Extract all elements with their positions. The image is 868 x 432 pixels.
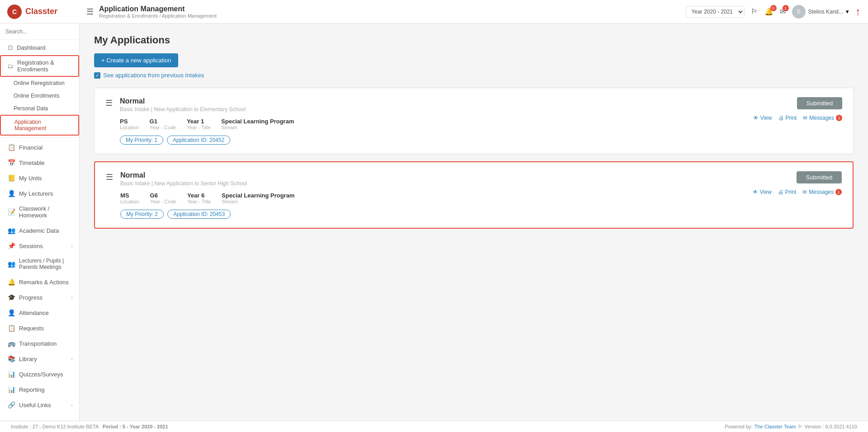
prev-link-text[interactable]: See applications from previous Intakes: [103, 72, 204, 79]
sidebar-label-academic: Academic Data: [19, 227, 59, 234]
sidebar-item-online-enroll[interactable]: Online Enrollments: [0, 89, 79, 102]
sidebar-search-area: [0, 23, 79, 40]
sidebar-item-progress[interactable]: 🎓 Progress ‹: [0, 290, 79, 305]
messages-link-1[interactable]: ✉ Messages 1: [803, 115, 842, 121]
sidebar-item-personal-data[interactable]: Personal Data: [0, 102, 79, 115]
my-lecturers-icon: 👤: [8, 190, 15, 197]
notifications-icon[interactable]: 🔔 0: [764, 7, 773, 16]
classwork-icon: 📝: [8, 208, 15, 216]
card-fields-2: MS Location G6 Year - Code Year 6 Year -…: [120, 192, 745, 204]
view-link-1[interactable]: 👁 View: [753, 115, 772, 121]
sidebar-label-dashboard: Dashboard: [17, 44, 46, 51]
sidebar-label-app-mgmt: Application Management: [14, 119, 46, 131]
progress-collapse-icon: ‹: [71, 295, 73, 300]
footer-powered-by: Powered by:: [725, 424, 753, 429]
sidebar-item-reporting[interactable]: 📊 Reporting: [0, 382, 79, 397]
sidebar-label-requests: Requests: [19, 325, 44, 332]
notifications-badge: 0: [770, 5, 777, 11]
sidebar-item-quizzes[interactable]: 📊 Quizzes/Surveys: [0, 366, 79, 382]
sidebar-item-transportation[interactable]: 🚌 Transportation: [0, 336, 79, 351]
card-tags-2: My Priority: 2 Application ID: 20453: [120, 210, 745, 219]
sessions-icon: 📌: [8, 242, 15, 249]
sidebar-label-sessions: Sessions: [19, 243, 43, 249]
transportation-icon: 🚌: [8, 340, 15, 347]
sidebar-item-meetings[interactable]: 👥 Lecturers / Pupils | Parents Meetings: [0, 254, 79, 274]
sidebar-label-registration: Registration & Enrollments: [17, 59, 72, 73]
sidebar-label-useful-links: Useful Links: [19, 402, 51, 409]
sidebar-item-financial[interactable]: 📋 Financial: [0, 140, 79, 155]
messages-icon[interactable]: ✉ 1: [780, 7, 786, 16]
header-title: Application Management: [99, 5, 686, 13]
sidebar-item-academic[interactable]: 👥 Academic Data: [0, 223, 79, 238]
priority-tag-2: My Priority: 2: [120, 210, 164, 219]
footer-institute: Institute : 27 - Demo K12 Institute BETA: [11, 424, 99, 429]
prev-applications-link[interactable]: ✓ See applications from previous Intakes: [94, 72, 854, 79]
sidebar-label-quizzes: Quizzes/Surveys: [19, 371, 63, 378]
page-title: My Applications: [94, 34, 854, 46]
footer-team-link[interactable]: The Classter Team: [754, 424, 796, 429]
flag-icon[interactable]: 🏳: [751, 8, 758, 16]
field-year-title-2: Year 6 Year - Title: [187, 192, 211, 204]
sidebar-item-timetable[interactable]: 📅 Timetable: [0, 155, 79, 170]
progress-icon: 🎓: [8, 294, 15, 301]
reporting-icon: 📊: [8, 386, 15, 393]
sidebar-item-remarks[interactable]: 🔔 Remarks & Actions: [0, 274, 79, 290]
sidebar-label-classwork: Classwork / Homework: [19, 205, 73, 219]
sidebar-item-my-units[interactable]: 📒 My Units: [0, 170, 79, 186]
submitted-button-2: Submitted: [797, 171, 842, 183]
year-select[interactable]: Year 2020 - 2021: [686, 6, 745, 18]
chevron-down-icon: ▾: [846, 8, 849, 15]
print-link-2[interactable]: 🖨 Print: [778, 189, 797, 195]
sidebar-item-useful-links[interactable]: 🔗 Useful Links ‹: [0, 397, 79, 413]
card-title-1: Normal: [120, 97, 746, 105]
user-info[interactable]: S Stelios Kand... ▾: [792, 5, 849, 19]
scroll-up-arrow: ↑: [855, 5, 861, 18]
hamburger-icon[interactable]: ☰: [86, 7, 94, 17]
view-link-2[interactable]: 👁 View: [753, 189, 772, 195]
sidebar-label-transportation: Transportation: [19, 340, 57, 347]
breadcrumb-app: Application Management: [162, 13, 217, 19]
sidebar-item-my-lecturers[interactable]: 👤 My Lecturers: [0, 186, 79, 201]
useful-links-icon: 🔗: [8, 401, 15, 409]
sidebar-label-library: Library: [19, 356, 37, 362]
footer-left: Institute : 27 - Demo K12 Institute BETA…: [11, 424, 168, 429]
sidebar-label-my-lecturers: My Lecturers: [19, 190, 53, 197]
msg-badge-1: 1: [836, 115, 842, 121]
sidebar-item-library[interactable]: 📚 Library ‹: [0, 351, 79, 366]
sidebar-item-dashboard[interactable]: ⊡ Dashboard: [0, 40, 79, 55]
field-location-2: MS Location: [120, 192, 139, 204]
application-card-1: ☰ Normal Basic Intake | New Application …: [94, 88, 854, 154]
card-title-2: Normal: [120, 171, 745, 179]
card-menu-icon-2[interactable]: ☰: [106, 172, 113, 182]
create-application-button[interactable]: + Create a new application: [94, 53, 178, 67]
field-year-title-1: Year 1 Year - Title: [187, 118, 210, 130]
sidebar-item-classwork[interactable]: 📝 Classwork / Homework: [0, 201, 79, 223]
sidebar: ⊡ Dashboard 🗂 Registration & Enrollments…: [0, 23, 80, 432]
academic-icon: 👥: [8, 227, 15, 234]
header-center: Application Management Registration & En…: [99, 5, 686, 19]
card-menu-icon-1[interactable]: ☰: [105, 98, 113, 108]
sidebar-item-registration[interactable]: 🗂 Registration & Enrollments: [0, 55, 79, 77]
field-year-code-2: G6 Year - Code: [150, 192, 176, 204]
sidebar-item-sessions[interactable]: 📌 Sessions ‹: [0, 238, 79, 254]
messages-link-2[interactable]: ✉ Messages 1: [802, 189, 842, 195]
msg-badge-2: 1: [835, 189, 842, 195]
user-name: Stelios Kand...: [808, 9, 843, 15]
footer-right: Powered by: The Classter Team 🏳 Version …: [725, 424, 857, 429]
timetable-icon: 📅: [8, 159, 15, 166]
card-body-2: Normal Basic Intake | New Application to…: [120, 171, 745, 219]
field-stream-2: Special Learning Program Stream: [222, 192, 294, 204]
breadcrumb: Registration & Enrollments / Application…: [99, 13, 686, 19]
sidebar-item-app-mgmt[interactable]: Application Management: [0, 115, 79, 136]
sidebar-label-reporting: Reporting: [19, 386, 44, 393]
sidebar-item-online-rereg[interactable]: Online Reregistration: [0, 77, 79, 89]
quizzes-icon: 📊: [8, 371, 15, 378]
breadcrumb-reg[interactable]: Registration & Enrollments: [99, 13, 158, 19]
field-location-1: PS Location: [120, 118, 139, 130]
sidebar-item-attendance[interactable]: 👤 Attendance: [0, 305, 79, 320]
sidebar-label-meetings: Lecturers / Pupils | Parents Meetings: [19, 258, 73, 270]
sidebar-item-requests[interactable]: 📋 Requests: [0, 320, 79, 336]
card-tags-1: My Priority: 1 Application ID: 20452: [120, 136, 746, 145]
print-link-1[interactable]: 🖨 Print: [778, 115, 797, 121]
search-input[interactable]: [5, 28, 74, 35]
